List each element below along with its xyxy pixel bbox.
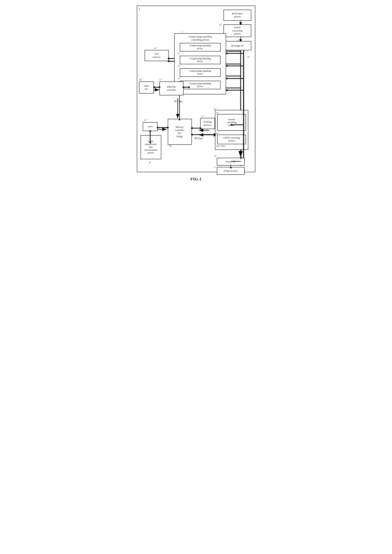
file-memory-box: File memory [145, 50, 169, 61]
comp-file-line [169, 61, 175, 62]
number-71: 71⌒ [178, 52, 182, 55]
file-to-comp-line [169, 58, 174, 59]
color-discrimination-box: Color/ monochrome data discrimination po… [140, 135, 161, 159]
ymck-converting-top-box: YMCK converting portion [224, 24, 251, 37]
dev2-arrowhead-left [225, 65, 227, 67]
number-30: 30⌒ [139, 78, 144, 82]
cpu-mem-line [158, 127, 168, 128]
file-arrowhead-left [167, 57, 169, 60]
number-72: 72⌒ [178, 65, 182, 68]
eth-to-ctrl-line [154, 87, 159, 88]
right-to-printer-if-line [240, 150, 241, 158]
number-31: 31 [214, 154, 217, 157]
pci-bus-bot-label: PCI bus [195, 137, 203, 140]
transfer-controlling-box: Transfercontrollingportion [217, 114, 246, 131]
ymck-converting-bot-box: YMCK convertingportion [217, 135, 246, 144]
ethernet-box: Ether Net [139, 82, 154, 93]
mem-work-arrowhead-right [200, 127, 202, 129]
right-transfer-arrowhead [230, 124, 232, 126]
mem-transfer-arrowhead-right [215, 133, 217, 136]
number-5: 5⌒ [202, 115, 205, 118]
cpu-arrowhead-left [156, 126, 158, 129]
ctrl-arrowhead-right [189, 86, 190, 88]
cpu-disc-line [150, 131, 151, 143]
fig-label: FIG.1 [190, 177, 202, 182]
number-73: 73⌒ [178, 77, 182, 80]
number-6: 6⌒ [155, 47, 158, 50]
diagram-border: 1 [137, 6, 255, 172]
dev3-arrowhead-left [225, 77, 227, 80]
pci-vertical-line [179, 95, 180, 119]
dev3-right-line [227, 78, 244, 79]
number-23: 23 [247, 56, 250, 58]
pci-arrowhead [178, 119, 181, 121]
mem-work-arrowhead-left [191, 127, 193, 129]
dev4-arrowhead-left [225, 89, 227, 91]
number-81: 81⌒ [217, 112, 247, 114]
dev2-right-line [227, 66, 244, 66]
comp-dev-3-box: Compressing/expandingdevice [180, 68, 221, 77]
comp-file-arrowhead [167, 60, 169, 62]
number-11: 11 [149, 161, 151, 164]
ctrl-to-comp-line [183, 87, 189, 88]
cpu-disc-arrowhead-up [149, 130, 151, 132]
ctrl-arrowhead-left [182, 86, 184, 88]
right-vertical-line [243, 50, 244, 158]
pci-bus-top-label: PCI bus [174, 100, 182, 103]
rgb-input-box: RGB input portion [224, 10, 251, 21]
bus-orbiter-label: Bus orbiter [217, 145, 247, 147]
number-21: 21 [219, 23, 222, 26]
printer-arrowhead [230, 167, 232, 169]
mem-to-work-line [192, 128, 200, 128]
comp-dev-1-box: Compressing/expandingdevice [180, 43, 221, 51]
comp-dev-2-box: Compressing/expandingdevice [180, 56, 221, 64]
eth-arrowhead-left [153, 86, 155, 88]
dev1-right-line [227, 53, 244, 54]
ethernet-controller-box: EtherNet controller [159, 82, 183, 95]
label-1: 1 [139, 7, 140, 11]
memory-controller-box: Memory controller PCI bridge [168, 119, 192, 145]
dev1-arrowhead-left [225, 52, 227, 55]
to-printer-if-horizontal [231, 161, 241, 162]
right-to-transfer-line [231, 124, 243, 125]
eth-arrowhead-right [159, 86, 161, 88]
printer-if-arrowhead [240, 157, 242, 159]
cpu-arrowhead-right [167, 126, 169, 129]
dev4-right-line [227, 90, 244, 91]
number-9: 9⌒ [145, 119, 148, 122]
mem-to-transfer-line [192, 134, 215, 135]
mem-transfer-arrowhead-left [191, 133, 193, 136]
comp-dev-4-box: Compressing/expandingdevice [180, 81, 221, 89]
cpu-disc-arrowhead-down [149, 142, 151, 144]
number-10: 10 [169, 144, 171, 147]
number-3: 3 [214, 166, 215, 168]
working-memory-box: Working memory [200, 118, 215, 129]
ir-image-box: IR Image I/F [224, 41, 251, 50]
number-82: 82⌒ [217, 132, 247, 134]
page-container: 1 [131, 6, 261, 182]
number-4: 4⌒ [159, 78, 163, 82]
